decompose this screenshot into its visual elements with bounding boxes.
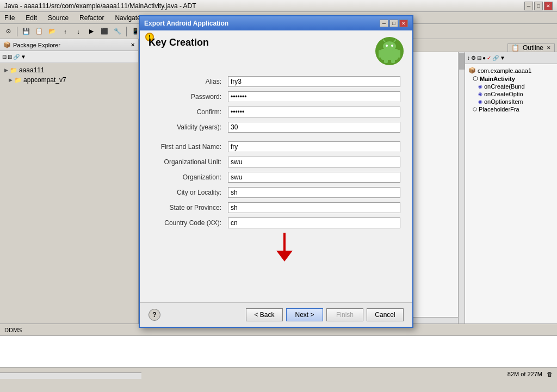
outline-scrollbar[interactable] xyxy=(458,79,465,188)
label-password: Password: xyxy=(148,89,225,104)
svg-rect-7 xyxy=(398,50,400,58)
outline-more-btn[interactable]: ▼ xyxy=(500,55,505,61)
outline-onoptionsitem-label: onOptionsItem xyxy=(484,98,523,105)
form-row-state: State or Province: xyxy=(148,200,404,215)
menu-edit[interactable]: Edit xyxy=(23,13,39,23)
svg-rect-9 xyxy=(391,59,395,63)
help-button[interactable]: ? xyxy=(148,309,160,321)
dialog-title-buttons: ─ □ ✕ xyxy=(380,20,408,27)
input-cell-city xyxy=(225,185,404,200)
memory-usage: 82M of 227M xyxy=(508,371,542,377)
input-name[interactable] xyxy=(228,141,400,152)
outline-link2-btn[interactable]: 🔗 xyxy=(492,55,499,61)
tree-item-aaaa111[interactable]: ▶ 📁 aaaa111 xyxy=(2,65,136,75)
outline-oncreateoptions-label: onCreateOptio xyxy=(484,91,523,97)
outline-icon: 📋 xyxy=(511,44,519,52)
toolbar-btn-9[interactable]: 🔧 xyxy=(112,26,123,38)
input-cell-alias xyxy=(225,74,404,89)
toolbar-btn-1[interactable]: ⊙ xyxy=(2,26,14,38)
toolbar-btn-6[interactable]: ↓ xyxy=(72,26,84,38)
svg-point-1 xyxy=(383,41,396,51)
input-state[interactable] xyxy=(228,202,400,213)
input-cell-state xyxy=(225,200,404,215)
outline-item-oncreate[interactable]: ◉ onCreate(Bund xyxy=(467,83,555,90)
input-password[interactable] xyxy=(228,91,400,102)
toolbar-btn-8[interactable]: ⬛ xyxy=(98,26,110,38)
outline-package-label: com.example.aaaa1 xyxy=(478,67,531,74)
input-validity[interactable] xyxy=(228,122,400,133)
gc-btn[interactable]: 🗑 xyxy=(547,371,553,377)
svg-line-5 xyxy=(394,40,396,42)
input-orgunit[interactable] xyxy=(228,157,400,167)
arrow-indicator xyxy=(271,230,298,264)
outline-collapse-btn[interactable]: ⊟ xyxy=(477,55,481,61)
input-confirm[interactable] xyxy=(228,107,400,117)
toolbar-btn-3[interactable]: 📋 xyxy=(33,26,45,38)
cancel-button[interactable]: Cancel xyxy=(367,308,404,321)
outline-oncreate-label: onCreate(Bund xyxy=(484,83,525,90)
toolbar-sep-1 xyxy=(17,27,17,36)
outline-item-oncreateoptions[interactable]: ◉ onCreateOptio xyxy=(467,90,555,98)
form-row-country: Country Code (XX): xyxy=(148,215,404,231)
package-explorer-close[interactable]: ✕ xyxy=(131,42,135,48)
outline-filter-btn[interactable]: ⚙ xyxy=(471,55,476,61)
panel-collapse-btn[interactable]: ⊟ xyxy=(2,54,7,60)
toolbar-btn-4[interactable]: 📂 xyxy=(46,26,58,38)
outline-item-mainactivity[interactable]: ⬡ MainActivity xyxy=(467,74,555,83)
menu-source[interactable]: Source xyxy=(46,13,71,23)
svg-point-2 xyxy=(386,45,388,47)
label-org: Organization: xyxy=(148,170,225,185)
form-row-validity: Validity (years): xyxy=(148,120,404,135)
outline-panel: ↕ ⚙ ⊟ ● ✓ 🔗 ▼ 📦 com.example.aaaa1 xyxy=(465,52,557,323)
outline-expand-btn[interactable]: ● xyxy=(482,55,486,61)
outline-sort-btn[interactable]: ↕ xyxy=(467,55,470,61)
minimize-btn[interactable]: ─ xyxy=(524,2,533,10)
title-bar-buttons: ─ □ ✕ xyxy=(524,2,553,10)
toolbar-btn-7[interactable]: ▶ xyxy=(85,26,97,38)
dialog-content: Key Creation xyxy=(140,30,412,302)
close-btn[interactable]: ✕ xyxy=(544,2,553,10)
input-cell-orgunit xyxy=(225,154,404,170)
dialog-title-text: Export Android Application xyxy=(144,20,228,27)
folder-icon-aaaa111: 📁 xyxy=(10,67,17,74)
input-cell-password xyxy=(225,89,404,104)
title-bar-text: Java - aaaa111/src/com/example/aaaa111/M… xyxy=(4,2,196,10)
form-row-password: Password: xyxy=(148,89,404,104)
label-confirm: Confirm: xyxy=(148,104,225,120)
svg-rect-8 xyxy=(384,59,388,63)
next-button[interactable]: Next > xyxy=(286,308,323,321)
toolbar-btn-5[interactable]: ↑ xyxy=(59,26,71,38)
dialog-maximize-btn[interactable]: □ xyxy=(389,20,398,27)
dialog-close-btn[interactable]: ✕ xyxy=(399,20,408,27)
bottom-scrollbar-h[interactable] xyxy=(0,372,141,379)
input-cell-confirm xyxy=(225,104,404,120)
finish-button[interactable]: Finish xyxy=(326,308,363,321)
maximize-btn[interactable]: □ xyxy=(534,2,543,10)
back-button[interactable]: < Back xyxy=(246,308,283,321)
bottom-section: DDMS xyxy=(0,323,557,367)
outline-close[interactable]: ✕ xyxy=(547,45,551,51)
input-country[interactable] xyxy=(228,217,400,228)
left-panel: 📦 Package Explorer ✕ ⊟ ⊞ 🔗 ▼ ▶ 📁 aaaa111… xyxy=(0,39,139,323)
input-city[interactable] xyxy=(228,187,400,198)
class-icon: ⬡ xyxy=(473,75,478,82)
panel-menu-btn[interactable]: ▼ xyxy=(21,54,26,60)
outline-item-package[interactable]: 📦 com.example.aaaa1 xyxy=(467,66,555,74)
footer-buttons: < Back Next > Finish Cancel xyxy=(246,308,404,321)
input-alias[interactable] xyxy=(228,76,400,87)
tree-item-appcompat[interactable]: ▶ 📁 appcompat_v7 xyxy=(2,75,136,85)
input-org[interactable] xyxy=(228,172,400,183)
panel-link-btn[interactable]: 🔗 xyxy=(13,54,20,60)
dialog-minimize-btn[interactable]: ─ xyxy=(380,20,388,27)
menu-file[interactable]: File xyxy=(2,13,17,23)
outline-item-onoptionsitem[interactable]: ◉ onOptionsItem xyxy=(467,98,555,105)
tree-label-appcompat: appcompat_v7 xyxy=(23,76,66,84)
panel-expand-btn[interactable]: ⊞ xyxy=(8,54,12,60)
toolbar-btn-2[interactable]: 💾 xyxy=(20,26,32,38)
menu-refactor[interactable]: Refactor xyxy=(77,13,106,23)
form-table: Alias: Password: Confirm: xyxy=(148,74,404,231)
outline-item-placeholderfrag[interactable]: ⬡ PlaceholderFra xyxy=(467,105,555,113)
dialog-titlebar: Export Android Application ─ □ ✕ xyxy=(140,16,412,30)
method-icon-oncreateoptions: ◉ xyxy=(478,91,482,97)
outline-mark-btn[interactable]: ✓ xyxy=(487,55,491,61)
